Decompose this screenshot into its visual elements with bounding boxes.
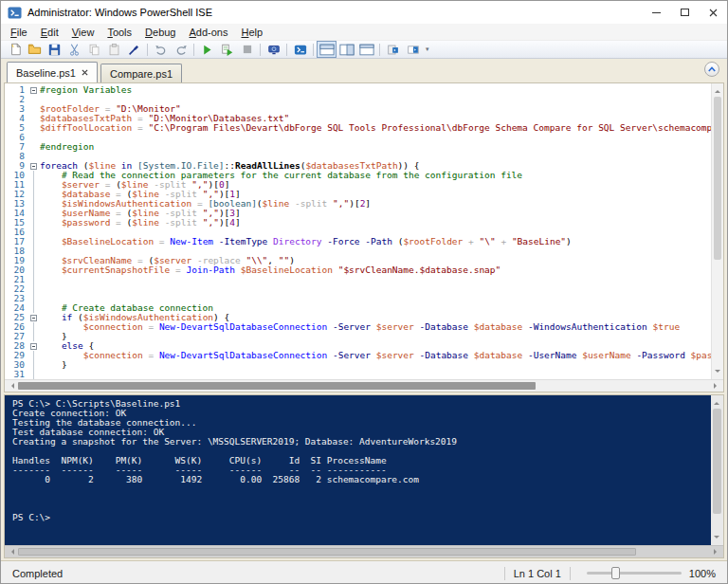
- show-script-pane-right-button[interactable]: [337, 41, 356, 58]
- clear-console-pane-button[interactable]: [124, 41, 144, 58]
- fold-gutter: [27, 237, 40, 246]
- scroll-down-icon: [715, 370, 720, 375]
- open-script-button[interactable]: [25, 41, 45, 58]
- fold-gutter: [27, 133, 40, 142]
- fold-gutter: [27, 256, 40, 265]
- console-pane[interactable]: PS C:\> C:\Scripts\Baseline.ps1Create co…: [4, 394, 724, 558]
- menu-view[interactable]: View: [65, 26, 101, 39]
- show-script-pane-maximized-button[interactable]: [356, 41, 376, 58]
- scrollbar-thumb[interactable]: [714, 97, 721, 260]
- new-remote-powershell-tab-icon: [267, 44, 281, 56]
- code-line: 29 $connection = New-DevartSqlDatabaseCo…: [5, 351, 711, 360]
- scrollbar-thumb[interactable]: [18, 382, 536, 390]
- code-line: 1#region Variables: [5, 85, 711, 95]
- stop-operation-button[interactable]: [237, 41, 257, 58]
- new-remote-powershell-tab-button[interactable]: [264, 41, 283, 58]
- editor-horizontal-scrollbar[interactable]: [5, 379, 723, 392]
- fold-gutter: [27, 199, 40, 209]
- toolbar-separator: [313, 44, 314, 56]
- cut-button[interactable]: [64, 41, 84, 58]
- status-text: Completed: [12, 568, 496, 579]
- save-button[interactable]: [45, 41, 64, 58]
- menu-file[interactable]: File: [4, 26, 34, 39]
- fold-gutter: [27, 209, 40, 218]
- maximize-button[interactable]: [670, 1, 699, 24]
- fold-toggle-icon[interactable]: [27, 85, 40, 95]
- powershell-ise-app-icon: [8, 6, 22, 20]
- code-text: $password = ($line -split ",")[4]: [40, 218, 241, 228]
- code-line: 15 $password = ($line -split ",")[4]: [5, 218, 711, 228]
- show-command-window-icon: [387, 44, 400, 56]
- toolbar-separator: [193, 44, 194, 56]
- fold-gutter: [27, 123, 40, 133]
- script-editor-pane[interactable]: 1#region Variables23$rootFolder = "D:\Mo…: [4, 82, 724, 392]
- fold-gutter: [27, 275, 40, 284]
- fold-gutter: [27, 190, 40, 199]
- console-line: [12, 484, 711, 494]
- copy-button[interactable]: [84, 41, 104, 58]
- menu-bar: File Edit View Tools Debug Add-ons Help: [1, 24, 727, 40]
- fold-gutter: [27, 370, 40, 379]
- run-selection-button[interactable]: [217, 41, 237, 58]
- console-output[interactable]: PS C:\> C:\Scripts\Baseline.ps1Create co…: [5, 395, 711, 545]
- fold-gutter: [27, 284, 40, 294]
- fold-gutter: [27, 95, 40, 104]
- fold-gutter: [27, 228, 40, 237]
- undo-button[interactable]: [151, 41, 171, 58]
- scrollbar-thumb[interactable]: [18, 548, 636, 556]
- toolbar-overflow-icon[interactable]: ▾: [426, 46, 429, 53]
- new-script-button[interactable]: [5, 41, 25, 58]
- console-line: [12, 494, 711, 503]
- scrollbar-thumb[interactable]: [713, 409, 721, 514]
- run-script-button[interactable]: [197, 41, 217, 58]
- editor-vertical-scrollbar[interactable]: [711, 83, 723, 379]
- console-horizontal-scrollbar[interactable]: [5, 545, 723, 557]
- tab-strip: Baseline.ps1 Compare.ps1: [1, 59, 727, 82]
- console-vertical-scrollbar[interactable]: [711, 395, 723, 545]
- code-line: 21: [5, 275, 711, 284]
- fold-gutter: [27, 114, 40, 123]
- paste-button[interactable]: [104, 41, 124, 58]
- fold-toggle-icon[interactable]: [27, 161, 40, 171]
- zoom-slider[interactable]: [587, 572, 682, 575]
- fold-gutter: [27, 180, 40, 190]
- title-bar: Administrator: Windows PowerShell ISE: [1, 1, 727, 24]
- tab-baseline-ps1[interactable]: Baseline.ps1: [7, 62, 98, 82]
- console-line: Creating a snapshot for the Server: \MSS…: [12, 437, 711, 447]
- scroll-down-icon: [714, 536, 719, 541]
- console-line: 0 2 380 1492 0.00 25868 2 schemacompare.…: [12, 475, 711, 484]
- show-command-addon-button[interactable]: [403, 41, 423, 58]
- fold-toggle-icon[interactable]: [27, 313, 40, 322]
- menu-tools[interactable]: Tools: [100, 26, 138, 39]
- redo-button[interactable]: [171, 41, 191, 58]
- clear-console-pane-icon: [128, 44, 140, 56]
- tab-label: Baseline.ps1: [16, 67, 76, 79]
- show-script-pane-top-button[interactable]: [317, 41, 337, 58]
- tab-label: Compare.ps1: [110, 68, 173, 80]
- tab-close-button[interactable]: [82, 69, 88, 76]
- code-text: $BaselineLocation = New-Item -ItemType D…: [40, 237, 572, 246]
- code-line: 30 }: [5, 360, 711, 370]
- start-powershell-icon: [294, 44, 307, 56]
- tab-compare-ps1[interactable]: Compare.ps1: [100, 64, 182, 82]
- minimize-button[interactable]: [642, 1, 670, 24]
- scroll-up-icon: [714, 399, 719, 405]
- show-command-window-button[interactable]: [383, 41, 403, 58]
- zoom-slider-thumb[interactable]: [611, 567, 620, 579]
- start-powershell-button[interactable]: [290, 41, 310, 58]
- save-icon: [48, 44, 61, 56]
- collapse-script-pane-button[interactable]: [704, 62, 719, 77]
- toolbar-separator: [379, 44, 380, 56]
- code-editor-lines[interactable]: 1#region Variables23$rootFolder = "D:\Mo…: [5, 83, 711, 379]
- close-tab-icon: [82, 69, 88, 76]
- redo-icon: [174, 44, 188, 56]
- fold-toggle-icon[interactable]: [27, 341, 40, 351]
- fold-gutter: [27, 294, 40, 303]
- run-script-icon: [201, 44, 213, 56]
- menu-help[interactable]: Help: [234, 26, 269, 39]
- menu-edit[interactable]: Edit: [34, 26, 65, 39]
- fold-gutter: [27, 246, 40, 256]
- close-button[interactable]: [699, 1, 727, 24]
- menu-debug[interactable]: Debug: [138, 26, 182, 39]
- menu-add-ons[interactable]: Add-ons: [183, 26, 235, 39]
